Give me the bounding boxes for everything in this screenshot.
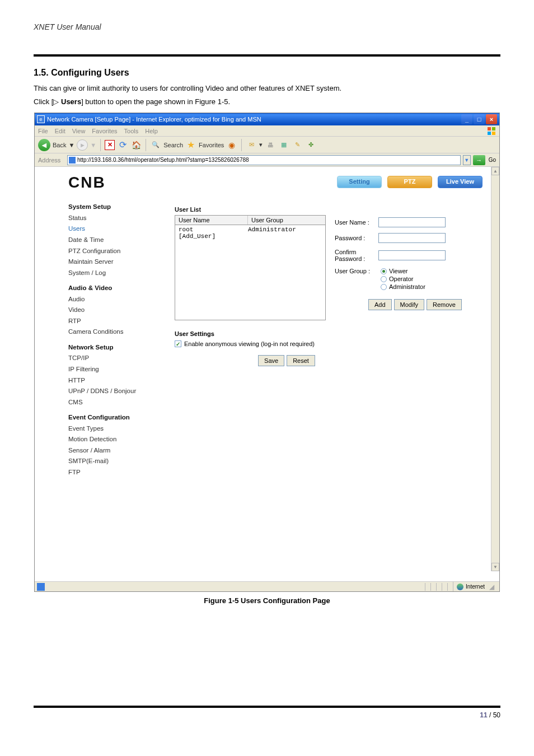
menu-file[interactable]: File xyxy=(38,128,48,134)
menu-view[interactable]: View xyxy=(72,128,86,134)
minimize-button[interactable]: _ xyxy=(461,114,472,124)
sidebar-item[interactable]: UPnP / DDNS / Bonjour xyxy=(68,386,158,397)
address-label: Address xyxy=(38,157,65,164)
sidebar-item[interactable]: Maintain Server xyxy=(68,256,158,268)
input-confirm-password[interactable] xyxy=(378,250,446,260)
mail-dropdown-icon[interactable]: ▾ xyxy=(259,141,263,148)
sidebar-section-title: System Setup xyxy=(68,202,158,213)
menu-help[interactable]: Help xyxy=(145,128,158,134)
stop-icon[interactable]: ✕ xyxy=(105,140,115,150)
window-titlebar: e Network Camera [Setup Page] - Internet… xyxy=(35,113,499,125)
add-button[interactable]: Add xyxy=(368,299,392,310)
user-list-title: User List xyxy=(175,206,477,213)
zone-label: Internet xyxy=(466,584,485,590)
search-label[interactable]: Search xyxy=(163,142,183,148)
sidebar-item[interactable]: IP Filtering xyxy=(68,364,158,375)
browser-window: e Network Camera [Setup Page] - Internet… xyxy=(34,113,500,592)
tab-setting[interactable]: Setting xyxy=(337,176,382,188)
scroll-down-icon[interactable]: ▼ xyxy=(491,563,499,571)
back-dropdown-icon[interactable]: ▼ xyxy=(68,142,74,148)
user-settings-title: User Settings xyxy=(175,330,477,337)
radio-operator[interactable] xyxy=(381,276,387,282)
maximize-button[interactable]: □ xyxy=(474,114,485,124)
sidebar-item[interactable]: CMS xyxy=(68,397,158,408)
sidebar-item[interactable]: Event Types xyxy=(68,423,158,435)
sidebar-item[interactable]: PTZ Configuration xyxy=(68,246,158,257)
sidebar-section-title: Network Setup xyxy=(68,342,158,353)
address-bar: Address http://193.168.0.36/html/operato… xyxy=(35,153,499,167)
refresh-icon[interactable]: ⟳ xyxy=(117,139,128,151)
sidebar-item[interactable]: Sensor / Alarm xyxy=(68,445,158,456)
checkbox-anonymous[interactable]: ✓ xyxy=(175,340,181,347)
radio-label-administrator: Administrator xyxy=(389,283,425,290)
vertical-scrollbar[interactable]: ▲ ▼ xyxy=(491,167,499,571)
remove-button[interactable]: Remove xyxy=(427,299,462,310)
top-tabs: Setting PTZ Live View xyxy=(337,176,483,188)
forward-button-icon[interactable]: ► xyxy=(77,139,88,151)
label-anonymous: Enable anonymous viewing (log-in not req… xyxy=(184,340,315,347)
menu-edit[interactable]: Edit xyxy=(55,128,65,134)
svg-rect-2 xyxy=(488,132,491,135)
header-rule xyxy=(34,54,500,57)
sidebar-item[interactable]: HTTP xyxy=(68,375,158,386)
home-icon[interactable]: 🏠 xyxy=(130,139,142,151)
edit-icon[interactable]: ▦ xyxy=(278,139,289,151)
radio-viewer[interactable] xyxy=(381,268,387,274)
security-zone[interactable]: Internet xyxy=(453,582,488,591)
menu-favorites[interactable]: Favorites xyxy=(92,128,117,134)
sidebar-section-title: Audio & Video xyxy=(68,283,158,294)
radio-administrator[interactable] xyxy=(381,284,387,290)
sidebar-item[interactable]: SMTP(E-mail) xyxy=(68,456,158,467)
url-dropdown-icon[interactable]: ▼ xyxy=(463,155,471,165)
tab-live-view[interactable]: Live View xyxy=(438,176,483,188)
forward-dropdown-icon[interactable]: ▼ xyxy=(90,142,96,148)
back-label[interactable]: Back xyxy=(53,142,66,148)
toolbar: ◄ Back ▼ ► ▼ ✕ ⟳ 🏠 🔍 Search ★ Favorites … xyxy=(35,137,499,153)
close-button[interactable]: × xyxy=(486,114,497,124)
save-button[interactable]: Save xyxy=(258,355,284,366)
sidebar-item[interactable]: Video xyxy=(68,305,158,316)
sidebar-item[interactable]: Camera Conditions xyxy=(68,326,158,338)
go-button[interactable]: → xyxy=(473,155,485,165)
header-username: User Name xyxy=(175,216,248,225)
figure-caption: Figure 1-5 Users Configuration Page xyxy=(34,596,500,605)
favorites-label[interactable]: Favorites xyxy=(199,142,224,148)
tab-ptz[interactable]: PTZ xyxy=(387,176,432,188)
label-username: User Name : xyxy=(335,219,374,226)
svg-rect-3 xyxy=(492,132,495,135)
list-row[interactable]: [Add_User] xyxy=(179,233,322,240)
sidebar-item[interactable]: System / Log xyxy=(68,268,158,279)
input-username[interactable] xyxy=(378,217,446,227)
sidebar-item[interactable]: Users xyxy=(68,223,158,235)
history-icon[interactable]: ◉ xyxy=(226,139,237,151)
search-icon[interactable]: 🔍 xyxy=(150,139,161,151)
sidebar-item[interactable]: FTP xyxy=(68,467,158,478)
input-password[interactable] xyxy=(378,233,446,243)
sidebar-item[interactable]: RTP xyxy=(68,316,158,327)
section-paragraph-2: Click [▷ Users] button to open the page … xyxy=(34,97,500,107)
menu-tools[interactable]: Tools xyxy=(124,128,139,134)
sidebar-item[interactable]: Status xyxy=(68,213,158,224)
reset-button[interactable]: Reset xyxy=(287,355,315,366)
sidebar-item[interactable]: Audio xyxy=(68,294,158,305)
user-list-box[interactable]: root Administrator [Add_User] xyxy=(175,225,326,320)
go-label: Go xyxy=(489,157,496,163)
discuss-icon[interactable]: ✎ xyxy=(292,139,303,151)
print-icon[interactable]: 🖶 xyxy=(265,139,276,151)
resize-grip-icon[interactable]: ◢ xyxy=(489,583,497,591)
sidebar-item[interactable]: TCP/IP xyxy=(68,353,158,364)
url-input[interactable]: http://193.168.0.36/html/operator/Setup.… xyxy=(67,155,461,165)
windows-flag-icon xyxy=(487,127,496,136)
list-row[interactable]: root Administrator xyxy=(179,226,322,233)
messenger-icon[interactable]: ✤ xyxy=(305,139,316,151)
svg-rect-0 xyxy=(488,127,491,130)
mail-icon[interactable]: ✉ xyxy=(246,139,257,151)
modify-button[interactable]: Modify xyxy=(394,299,424,310)
favorites-star-icon[interactable]: ★ xyxy=(185,139,196,151)
section-paragraph-1: This can give or limit authority to user… xyxy=(34,83,500,94)
sidebar-item[interactable]: Date & Time xyxy=(68,235,158,246)
scroll-up-icon[interactable]: ▲ xyxy=(491,167,499,175)
sidebar-section-title: Event Configuration xyxy=(68,412,158,423)
back-button-icon[interactable]: ◄ xyxy=(38,139,50,151)
sidebar-item[interactable]: Motion Detection xyxy=(68,434,158,445)
